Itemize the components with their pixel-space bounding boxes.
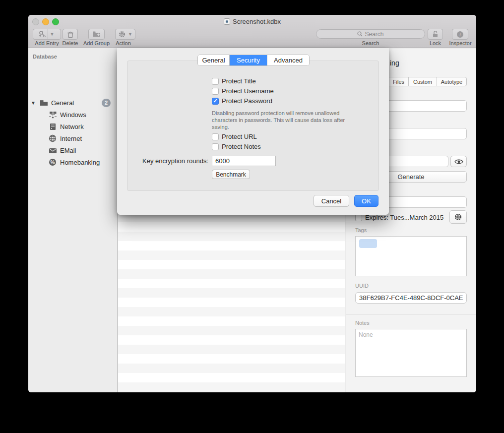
checkbox-icon[interactable] bbox=[212, 88, 219, 95]
search-input[interactable]: Search bbox=[316, 29, 425, 39]
checkbox-icon[interactable] bbox=[212, 133, 219, 140]
ok-button[interactable]: OK bbox=[354, 195, 378, 207]
inspector-button[interactable]: i bbox=[452, 29, 468, 40]
action-label: Action bbox=[108, 40, 139, 46]
tab-advanced[interactable]: Advanced bbox=[267, 55, 309, 65]
titlebar: Screenshot.kdbx ▼ Add Entry Delete Add G… bbox=[28, 15, 476, 48]
database-settings-sheet: General Security Advanced Protect Title … bbox=[117, 48, 389, 215]
info-icon: i bbox=[456, 31, 464, 38]
uuid-field[interactable]: 38F629B7-FC4E-489C-8DCF-0CAE bbox=[355, 292, 467, 304]
count-badge: 2 bbox=[102, 99, 111, 107]
inspector-tab-files[interactable]: Files bbox=[389, 77, 409, 86]
checkbox-icon[interactable] bbox=[212, 78, 219, 85]
notes-label: Notes bbox=[355, 320, 370, 326]
checkbox-icon[interactable] bbox=[355, 214, 362, 221]
action-button[interactable]: ▼ bbox=[115, 29, 135, 40]
checkbox-label: Protect Username bbox=[222, 87, 274, 95]
chevron-down-icon: ▼ bbox=[128, 32, 132, 37]
checkbox-label: Protect Password bbox=[222, 97, 272, 105]
inspector-title-fragment: ing bbox=[390, 59, 399, 67]
notes-placeholder: None bbox=[359, 331, 373, 338]
expires-label: Expires: Tues...March 2015 bbox=[365, 214, 443, 221]
tab-security[interactable]: Security bbox=[230, 55, 267, 65]
folder-icon bbox=[39, 99, 48, 107]
key-plus-icon bbox=[38, 30, 48, 38]
key-rounds-label: Key encryption rounds: bbox=[117, 157, 208, 165]
sidebar: Database ▼ General 2 Windows Network bbox=[28, 49, 118, 392]
app-window: Screenshot.kdbx ▼ Add Entry Delete Add G… bbox=[28, 15, 476, 392]
tags-box[interactable] bbox=[355, 236, 467, 276]
sidebar-header: Database bbox=[33, 54, 57, 60]
checkbox-label: Protect Title bbox=[222, 77, 256, 85]
benchmark-button[interactable]: Benchmark bbox=[212, 170, 250, 179]
sidebar-item-windows[interactable]: Windows bbox=[28, 109, 118, 121]
add-entry-button[interactable]: ▼ bbox=[33, 29, 61, 40]
trash-icon bbox=[67, 31, 74, 38]
protect-notes-checkbox[interactable]: Protect Notes bbox=[212, 143, 261, 150]
checkbox-checked-icon[interactable]: ✓ bbox=[212, 98, 219, 105]
envelope-icon bbox=[48, 146, 57, 155]
svg-text:%: % bbox=[51, 160, 55, 165]
sidebar-item-label: Internet bbox=[60, 135, 82, 142]
search-placeholder: Search bbox=[365, 31, 383, 38]
folder-plus-icon bbox=[92, 31, 101, 38]
key-rounds-input[interactable]: 6000 bbox=[212, 156, 276, 166]
sidebar-item-label: General bbox=[51, 99, 74, 107]
server-icon bbox=[48, 123, 57, 131]
sidebar-item-email[interactable]: EMail bbox=[28, 144, 118, 156]
inspector-tab-custom[interactable]: Custom bbox=[409, 77, 437, 86]
percent-icon: % bbox=[48, 158, 57, 167]
gear-icon bbox=[454, 213, 462, 221]
tags-label: Tags bbox=[355, 227, 367, 233]
expiry-options-button[interactable] bbox=[449, 210, 467, 224]
unlocked-padlock-icon bbox=[432, 30, 439, 38]
sidebar-item-network[interactable]: Network bbox=[28, 121, 118, 132]
sidebar-item-label: Homebanking bbox=[60, 159, 100, 166]
tag-chip[interactable] bbox=[359, 239, 377, 248]
disclosure-triangle-icon[interactable]: ▼ bbox=[31, 100, 36, 106]
windows-network-icon bbox=[48, 111, 57, 119]
protect-url-checkbox[interactable]: Protect URL bbox=[212, 133, 257, 140]
document-icon bbox=[224, 18, 230, 25]
checkbox-label: Protect URL bbox=[222, 133, 257, 140]
sidebar-item-homebanking[interactable]: % Homebanking bbox=[28, 156, 118, 168]
lock-button[interactable] bbox=[428, 29, 443, 40]
window-title: Screenshot.kdbx bbox=[28, 18, 476, 25]
protect-title-checkbox[interactable]: Protect Title bbox=[212, 77, 256, 85]
sidebar-item-general[interactable]: ▼ General 2 bbox=[28, 97, 118, 109]
sidebar-item-label: Windows bbox=[60, 111, 86, 119]
checkbox-label: Protect Notes bbox=[222, 143, 261, 150]
sidebar-item-label: EMail bbox=[60, 147, 76, 154]
gear-icon bbox=[118, 30, 126, 38]
chevron-down-icon[interactable]: ▼ bbox=[48, 32, 56, 37]
delete-button[interactable] bbox=[63, 29, 78, 40]
sidebar-item-internet[interactable]: Internet bbox=[28, 132, 118, 144]
notes-textarea[interactable]: None bbox=[355, 329, 467, 377]
expires-checkbox[interactable]: Expires: Tues...March 2015 bbox=[355, 214, 443, 221]
divider bbox=[346, 314, 476, 314]
settings-tab-bar: General Security Advanced bbox=[197, 55, 310, 66]
cancel-button[interactable]: Cancel bbox=[314, 195, 349, 207]
tab-general[interactable]: General bbox=[198, 55, 230, 65]
checkbox-icon[interactable] bbox=[212, 143, 219, 150]
protect-username-checkbox[interactable]: Protect Username bbox=[212, 87, 274, 95]
search-icon bbox=[357, 31, 363, 37]
reveal-password-button[interactable] bbox=[450, 156, 467, 167]
globe-icon bbox=[48, 134, 57, 143]
password-protection-warning: Disabling password protection will remov… bbox=[212, 110, 345, 130]
search-label: Search bbox=[316, 40, 425, 46]
uuid-label: UUID bbox=[355, 283, 369, 289]
protect-password-checkbox[interactable]: ✓ Protect Password bbox=[212, 97, 272, 105]
sidebar-item-label: Network bbox=[60, 123, 84, 130]
inspector-tab-autotype[interactable]: Autotype bbox=[437, 77, 466, 86]
add-group-button[interactable] bbox=[88, 29, 105, 40]
inspector-label: Inspector bbox=[445, 40, 476, 46]
eye-icon bbox=[454, 159, 463, 165]
generate-label: Generate bbox=[397, 173, 424, 181]
